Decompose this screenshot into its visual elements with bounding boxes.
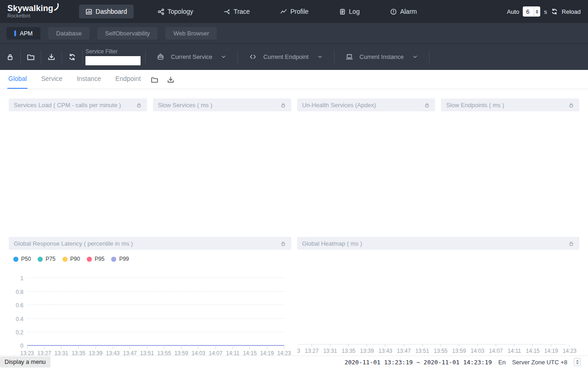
x-axis-tick-label: 14:07	[489, 348, 503, 354]
scope-tab-endpoint[interactable]: Endpoint	[114, 75, 141, 89]
panel-title: Slow Endpoints ( ms )	[446, 102, 568, 109]
trace-icon	[224, 8, 231, 15]
x-axis-tick-label: 13:47	[397, 348, 411, 354]
chevron-down-icon	[412, 54, 418, 60]
language-toggle[interactable]: En	[498, 359, 506, 366]
x-axis-tick-label: 13:51	[140, 350, 154, 356]
legend-item-p90[interactable]: P90	[62, 256, 80, 262]
current-instance-selector[interactable]: Current Instance	[334, 44, 429, 70]
y-axis-tick-label: 0.8	[16, 289, 23, 295]
legend-item-p75[interactable]: P75	[38, 256, 55, 262]
download-icon[interactable]	[167, 76, 175, 84]
workspace-tab-selfobservability[interactable]: SelfObservability	[97, 27, 158, 40]
lock-icon[interactable]	[280, 102, 286, 108]
x-axis-tick-label: 14:19	[544, 348, 558, 354]
service-filter-label: Service Filter	[85, 48, 141, 55]
legend-item-p99[interactable]: P99	[111, 256, 129, 262]
metric-panel: Slow Endpoints ( ms )	[441, 98, 579, 111]
download-icon[interactable]	[47, 53, 56, 61]
nav-item-trace[interactable]: Trace	[217, 5, 256, 18]
stepper-arrows-icon[interactable]	[534, 7, 540, 16]
tick-mark	[514, 345, 514, 346]
refresh-icon[interactable]	[68, 53, 76, 61]
tick-mark	[422, 345, 423, 346]
current-service-selector[interactable]: Current Service	[146, 44, 237, 70]
lock-icon[interactable]	[136, 102, 142, 108]
x-axis-tick-label: 13:27	[37, 350, 51, 356]
heatmap-panel: Global Heatmap ( ms ) 13:2313:2713:3113:…	[297, 237, 580, 356]
scope-tab-global[interactable]: Global	[7, 75, 28, 89]
gridline: 0.2	[27, 332, 284, 332]
x-axis-tick-label: 13:59	[452, 348, 466, 354]
nav-item-profile[interactable]: Profile	[274, 5, 315, 18]
nav-item-topology[interactable]: Topology	[151, 5, 200, 18]
legend-dot	[13, 257, 18, 262]
workspace-tab-database[interactable]: Database	[48, 27, 90, 40]
footer-controls: 2020-11-01 13:23:19 ~ 2020-11-01 14:23:1…	[345, 356, 581, 368]
tick-mark	[113, 347, 113, 349]
tick-mark	[130, 347, 130, 349]
x-axis-tick-label: 14:19	[260, 350, 274, 356]
workspace-tab-label: Database	[56, 30, 82, 37]
lock-icon[interactable]	[280, 241, 286, 247]
logo[interactable]: Skywalking Rocketbot	[7, 4, 60, 18]
workspace-tab-web-browser[interactable]: Web Browser	[165, 27, 217, 40]
x-axis-tick-label: 14:15	[526, 348, 540, 354]
lock-icon[interactable]	[568, 102, 574, 108]
series-line-p99	[27, 345, 284, 346]
endpoint-icon	[249, 53, 257, 61]
nav-item-log[interactable]: Log	[333, 5, 366, 18]
x-axis-tick-label: 13:55	[434, 348, 447, 354]
tick-mark	[181, 347, 181, 349]
tick-mark	[198, 347, 198, 349]
gridline: 0.6	[27, 305, 284, 305]
tick-mark	[441, 345, 441, 346]
latency-panel: Global Response Latency ( percentile in …	[9, 237, 291, 356]
workspace-tab-label: SelfObservability	[105, 30, 150, 37]
tick-mark	[27, 347, 28, 349]
metrics-panel-row: Services Load ( CPM - calls per minute )…	[9, 98, 579, 111]
panel-title: Services Load ( CPM - calls per minute )	[14, 102, 136, 109]
heatmap-panel-title: Global Heatmap ( ms )	[302, 240, 569, 247]
latency-panel-title: Global Response Latency ( percentile in …	[14, 240, 280, 247]
x-axis-tick-label: 14:23	[563, 348, 577, 354]
scope-tab-service[interactable]: Service	[40, 75, 63, 89]
workspace-tab-apm[interactable]: APM	[6, 27, 40, 40]
x-axis-tick-label: 13:31	[323, 348, 337, 354]
nav-item-alarm[interactable]: Alarm	[384, 5, 424, 18]
gridline: 0.8	[27, 291, 284, 292]
reload-icon[interactable]	[551, 8, 558, 15]
panel-header: Un-Health Services (Apdex)	[297, 98, 435, 111]
auto-interval-input[interactable]: 6	[523, 6, 540, 17]
metric-panel: Un-Health Services (Apdex)	[297, 98, 435, 111]
main-nav: DashboardTopologyTraceProfileLogAlarm	[79, 5, 423, 18]
legend-label: P95	[95, 256, 104, 262]
current-endpoint-selector[interactable]: Current Endpoint	[238, 44, 334, 70]
folder-icon[interactable]	[27, 53, 35, 61]
x-axis-tick-label: 14:03	[192, 350, 205, 356]
service-filter-input[interactable]	[85, 56, 141, 65]
scope-tab-instance[interactable]: Instance	[76, 75, 102, 89]
timezone-stepper[interactable]	[574, 358, 581, 366]
lock-icon[interactable]	[568, 241, 574, 247]
chevron-down-icon	[220, 54, 226, 60]
lock-icon[interactable]	[6, 53, 14, 61]
lock-icon[interactable]	[424, 102, 430, 108]
x-axis-tick-label: 13:39	[89, 350, 102, 356]
service-icon	[157, 53, 164, 61]
x-axis-tick-label: 13:43	[379, 348, 392, 354]
charts-panel-row: Global Response Latency ( percentile in …	[9, 237, 579, 356]
legend-label: P90	[70, 256, 80, 262]
time-range-picker[interactable]: 2020-11-01 13:23:19 ~ 2020-11-01 14:23:1…	[345, 359, 492, 366]
reload-label[interactable]: Reload	[562, 8, 581, 15]
nav-item-dashboard[interactable]: Dashboard	[79, 5, 134, 18]
legend-item-p95[interactable]: P95	[87, 256, 104, 262]
selector-label: Current Endpoint	[263, 53, 308, 60]
legend-item-p50[interactable]: P50	[13, 256, 31, 262]
tick-mark	[477, 345, 478, 346]
folder-icon[interactable]	[151, 76, 158, 84]
dashboard-toolbar: Service Filter Current ServiceCurrent En…	[0, 43, 588, 70]
panel-title: Slow Services ( ms )	[158, 102, 280, 109]
y-axis-tick-label: 0.2	[16, 329, 23, 336]
instance-icon	[345, 53, 353, 61]
